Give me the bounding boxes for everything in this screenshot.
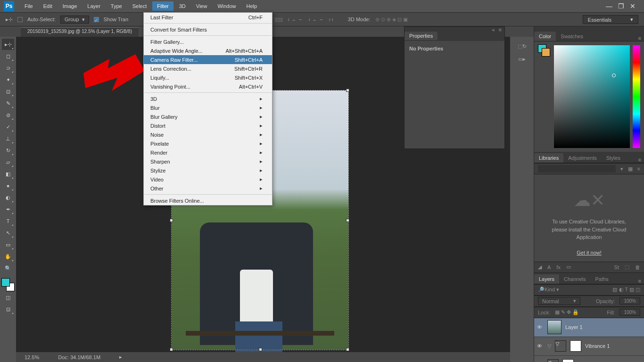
zoom-level[interactable]: 12.5% [25,354,39,360]
menu-last-filter[interactable]: Last FilterCtrl+F [144,13,272,22]
channels-tab[interactable]: Channels [559,274,590,284]
submenu-distort[interactable]: Distort▸ [144,121,272,130]
opacity-input[interactable]: 100% [619,297,640,304]
libraries-tab[interactable]: Libraries [534,153,563,163]
crop-tool[interactable]: ⊡ [2,86,14,97]
hand-tool[interactable]: ✋ [2,251,14,262]
trash-icon[interactable]: 🗑 [635,264,640,270]
close-icon[interactable]: ✕ [630,2,636,10]
view-list-icon[interactable]: ≡ [637,166,640,172]
color-field[interactable] [554,45,630,148]
color-panel[interactable] [534,41,644,152]
menu-lens-correction[interactable]: Lens Correction...Shift+Ctrl+R [144,64,272,73]
lib-icon-3[interactable]: fx [556,264,561,270]
transform-handle[interactable] [170,219,173,222]
menu-3d[interactable]: 3D [174,1,190,11]
pen-tool[interactable]: ✒ [2,204,14,215]
submenu-other[interactable]: Other▸ [144,184,272,193]
visibility-icon[interactable]: 👁 [537,324,544,330]
eraser-tool[interactable]: ▱ [2,156,14,168]
color-swatches[interactable] [1,278,15,291]
styles-tab[interactable]: Styles [602,153,625,163]
mask-thumb[interactable] [562,359,574,362]
menu-help[interactable]: Help [242,1,262,11]
menu-window[interactable]: Window [213,1,240,11]
submenu-3d[interactable]: 3D▸ [144,94,272,103]
menu-adaptive-wide-angle[interactable]: Adaptive Wide Angle...Alt+Shift+Ctrl+A [144,46,272,55]
layer-row[interactable]: 👁 ▽ ▽ Vibrance 1 [534,337,644,356]
actions-panel-icon[interactable]: ▭▸ [518,56,526,62]
align-icons[interactable]: ▯▯▯ ⫞ ⫠ ⫟ ⫞ ⫠ ⫟ ⫞⫞ [274,16,334,23]
panel-menu-icon[interactable]: ≡ [499,27,502,31]
quickmask-tool[interactable]: ◫ [2,292,14,303]
adjustment-thumb[interactable]: ◉ [547,359,559,362]
collapse-icon[interactable]: « [492,27,495,31]
transform-handle[interactable] [259,348,262,351]
shape-tool[interactable]: ▭ [2,239,14,250]
lib-icon-4[interactable]: ▭ [566,264,571,270]
gradient-tool[interactable]: ◧ [2,168,14,180]
layer-row[interactable]: 👁 Layer 1 [534,318,644,337]
layers-tab[interactable]: Layers [534,274,559,284]
marquee-tool[interactable]: ◻ [2,50,14,62]
adjustments-tab[interactable]: Adjustments [563,153,602,163]
menu-browse-filters[interactable]: Browse Filters Online... [144,196,272,205]
history-panel-icon[interactable]: ⬚↻ [518,43,527,49]
lib-icon-5[interactable]: St [614,264,619,270]
document-tab[interactable]: 20150319_152539.jpg @ 12.5% (Layer 1, RG… [21,27,139,37]
auto-select-checkbox[interactable] [17,17,23,22]
submenu-blur-gallery[interactable]: Blur Gallery▸ [144,112,272,121]
menu-image[interactable]: Image [58,1,82,11]
transform-handle[interactable] [346,348,349,351]
swatches-tab[interactable]: Swatches [556,32,588,41]
lib-icon-1[interactable]: ◢ [538,264,542,270]
transform-handle[interactable] [170,348,173,351]
menu-liquify[interactable]: Liquify...Shift+Ctrl+X [144,73,272,82]
submenu-render[interactable]: Render▸ [144,148,272,157]
kind-filter[interactable]: 🔎Kind ▾ [538,287,559,293]
3d-icons[interactable]: ⊚ ⊙ ⊕ ◈ ⊡ ▣ [375,16,408,23]
submenu-pixelate[interactable]: Pixelate▸ [144,139,272,148]
layer-name[interactable]: Vibrance 1 [585,343,610,349]
lib-icon-2[interactable]: A [547,264,551,270]
lock-icons[interactable]: ▦ ✎ ✥ 🔒 [555,309,579,315]
move-tool[interactable]: ▸⊹ [2,39,14,50]
submenu-blur[interactable]: Blur▸ [144,103,272,112]
paths-tab[interactable]: Paths [591,274,613,284]
wand-tool[interactable]: ✦ [2,74,14,85]
menu-filter[interactable]: Filter [152,1,173,11]
workspace-switcher[interactable]: Essentials▾ [583,15,638,24]
screenmode-tool[interactable]: ⊡ [2,304,14,315]
path-tool[interactable]: ↖ [2,227,14,239]
group-select[interactable]: Group▾ [60,16,89,24]
doc-size[interactable]: Doc: 34.1M/68.1M [58,354,100,360]
menu-convert-smart[interactable]: Convert for Smart Filters [144,25,272,34]
blur-tool[interactable]: ● [2,180,14,191]
lasso-tool[interactable]: ⊃ [2,62,14,74]
history-brush-tool[interactable]: ↻ [2,145,14,156]
menu-camera-raw-filter[interactable]: Camera Raw Filter...Shift+Ctrl+A [144,55,272,64]
brush-tool[interactable]: ✓ [2,121,14,132]
hue-slider[interactable] [633,45,640,148]
menu-filter-gallery[interactable]: Filter Gallery... [144,37,272,46]
get-it-now-link[interactable]: Get it now! [577,250,602,255]
dodge-tool[interactable]: ◐ [2,192,14,203]
adjustment-thumb[interactable]: ▽ [555,340,566,352]
stamp-tool[interactable]: ⊥ [2,133,14,144]
menu-file[interactable]: File [20,1,38,11]
maximize-icon[interactable]: ❐ [618,2,624,10]
properties-panel[interactable]: «≡ Properties No Properties [404,26,505,149]
menu-edit[interactable]: Edit [39,1,57,11]
submenu-noise[interactable]: Noise▸ [144,130,272,139]
healing-tool[interactable]: ⊘ [2,109,14,121]
layer-name[interactable]: Layer 1 [565,324,583,330]
expand-icon[interactable]: ▽ [547,343,551,349]
color-tab[interactable]: Color [534,32,556,41]
type-tool[interactable]: T [2,215,14,227]
transform-handle[interactable] [346,89,349,92]
layer-row[interactable]: 👁 ◉ Photo Filter 1 [534,356,644,362]
menu-type[interactable]: Type [106,1,127,11]
panel-menu-icon[interactable]: ≡ [636,278,644,284]
layer-filter-icons[interactable]: ▧ ◐ T ▨ ◫ [612,287,640,293]
library-select[interactable] [538,165,616,173]
